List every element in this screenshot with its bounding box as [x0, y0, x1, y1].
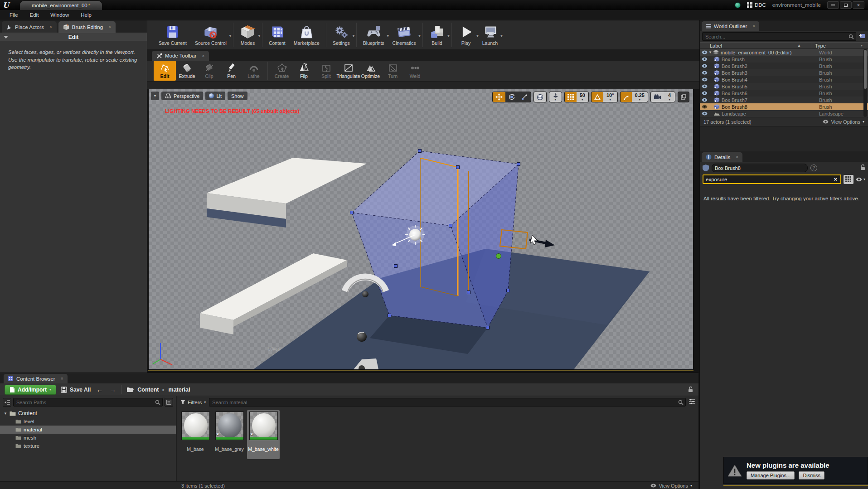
outliner-row-world[interactable]: ▼ mobile_environment_00 (Editor) World — [700, 49, 868, 56]
modes-button[interactable]: Modes ▼ — [236, 23, 260, 47]
close-button[interactable]: × — [853, 1, 864, 9]
maximize-button[interactable] — [840, 1, 852, 9]
scale-tool-button[interactable] — [518, 92, 531, 102]
settings-button[interactable]: Settings ▼ — [329, 23, 354, 47]
expander-icon[interactable]: ▼ — [4, 412, 7, 416]
expander-icon[interactable]: ▼ — [708, 50, 712, 54]
help-icon[interactable]: ? — [810, 165, 817, 171]
forward-button[interactable]: → — [108, 386, 117, 393]
outliner-row-brush[interactable]: Box Brush5 Brush — [700, 83, 868, 90]
search-paths-input[interactable] — [13, 398, 163, 407]
visibility-eye-icon[interactable] — [702, 63, 708, 69]
property-matrix-button[interactable] — [844, 175, 853, 184]
mode-triangulate-button[interactable]: Triangulate — [337, 61, 359, 81]
tab-world-outliner[interactable]: World Outliner × — [702, 21, 759, 31]
menu-help[interactable]: Help — [75, 11, 97, 19]
cinematics-button[interactable]: Cinematics ▼ — [388, 23, 420, 47]
visibility-eye-icon[interactable] — [702, 84, 708, 89]
outliner-row-brush[interactable]: Box Brush Brush — [700, 56, 868, 63]
menu-window[interactable]: Window — [44, 11, 75, 19]
asset-m-base[interactable]: M_base — [179, 410, 212, 459]
folder-row-level[interactable]: level — [0, 417, 176, 426]
grid-snap-value[interactable]: 50 ▾ — [577, 92, 588, 102]
surface-snap-button[interactable]: ▾ — [549, 92, 562, 102]
outliner-row-brush[interactable]: Box Brush4 Brush — [700, 76, 868, 83]
content-button[interactable]: Content — [265, 23, 290, 47]
blueprints-button[interactable]: Blueprints ▼ — [359, 23, 388, 47]
folder-row-content[interactable]: ▼ Content — [0, 409, 176, 417]
mode-weld-button[interactable]: Weld — [404, 61, 426, 81]
edit-section-header[interactable]: Edit — [0, 33, 147, 41]
folder-row-material[interactable]: material — [0, 426, 176, 434]
rotation-snap-toggle-button[interactable] — [592, 92, 603, 102]
rotate-tool-button[interactable] — [505, 92, 518, 102]
sphere-widget[interactable] — [357, 332, 367, 342]
visibility-eye-icon[interactable] — [702, 70, 708, 76]
mode-pen-button[interactable]: Pen — [220, 61, 242, 81]
build-button[interactable]: Build ▼ — [425, 23, 449, 47]
perspective-button[interactable]: Perspective — [161, 92, 203, 100]
mode-turn-button[interactable]: Turn — [382, 61, 404, 81]
add-import-button[interactable]: Add/Import ▾ — [5, 385, 56, 395]
save-all-button[interactable]: Save All — [61, 387, 91, 393]
close-icon[interactable]: × — [202, 53, 204, 58]
camera-speed-button[interactable] — [651, 92, 664, 102]
outliner-row-landscape[interactable]: Landscape Landscape — [700, 110, 868, 117]
maximize-viewport-button[interactable] — [678, 92, 689, 102]
filters-button[interactable]: Filters ▾ — [180, 400, 206, 405]
actor-name-input[interactable] — [712, 164, 808, 172]
column-type[interactable]: Type — [812, 43, 861, 48]
visibility-eye-icon[interactable] — [702, 111, 708, 116]
visibility-eye-icon[interactable] — [702, 91, 708, 96]
mode-flip-button[interactable]: Flip — [293, 61, 315, 81]
visibility-eye-icon[interactable] — [702, 77, 708, 82]
visibility-eye-icon[interactable] — [702, 97, 708, 103]
column-label[interactable]: Label — [710, 43, 722, 48]
tab-details[interactable]: Details × — [702, 152, 742, 162]
lock-icon[interactable] — [688, 386, 693, 394]
mode-split-button[interactable]: Split — [315, 61, 337, 81]
close-icon[interactable]: × — [108, 24, 111, 29]
launch-button[interactable]: Launch ▼ — [478, 23, 502, 47]
mode-extrude-button[interactable]: Extrude — [176, 61, 198, 81]
close-icon[interactable]: × — [49, 24, 52, 29]
search-assets-input[interactable] — [209, 398, 686, 407]
source-control-button[interactable]: Source Control ▼ — [191, 23, 231, 47]
breadcrumb-root[interactable]: Content — [137, 387, 159, 393]
sort-ascending-icon[interactable]: ▲ — [797, 44, 801, 48]
close-icon[interactable]: × — [736, 155, 738, 160]
folder-row-mesh[interactable]: mesh — [0, 434, 176, 442]
outliner-view-options-button[interactable]: View Options ▾ — [823, 119, 864, 125]
view-options-button[interactable]: View Options ▾ — [650, 483, 692, 489]
viewport[interactable]: View — [148, 89, 693, 370]
dismiss-button[interactable]: Dismiss — [799, 471, 824, 479]
visibility-eye-icon[interactable] — [702, 57, 708, 62]
outliner-search-input[interactable] — [702, 32, 856, 41]
marketplace-button[interactable]: Marketplace — [290, 23, 324, 47]
tab-mode-toolbar[interactable]: Mode Toolbar × — [152, 51, 209, 61]
back-button[interactable]: ← — [95, 386, 104, 393]
tab-place-actors[interactable]: Place Actors × — [2, 21, 57, 33]
clear-search-icon[interactable]: × — [833, 176, 838, 183]
display-filter-button[interactable]: ▾ — [856, 177, 865, 182]
translate-tool-button[interactable] — [493, 92, 505, 102]
close-icon[interactable]: × — [752, 24, 755, 29]
mode-lathe-button[interactable]: Lathe — [242, 61, 265, 81]
breadcrumb-current[interactable]: material — [169, 387, 190, 393]
show-button[interactable]: Show — [228, 92, 247, 100]
play-button[interactable]: Play ▼ — [454, 23, 478, 47]
lock-icon[interactable] — [860, 164, 865, 172]
menu-edit[interactable]: Edit — [24, 11, 45, 19]
column-options-icon[interactable]: ▾ — [861, 44, 868, 48]
grid-snap-toggle-button[interactable] — [565, 92, 577, 102]
add-actor-button[interactable] — [858, 33, 866, 40]
outliner-row-brush[interactable]: Box Brush7 Brush — [700, 97, 868, 103]
tab-content-browser[interactable]: Content Browser × — [4, 374, 68, 383]
scale-snap-toggle-button[interactable] — [621, 92, 632, 102]
mode-create-button[interactable]: Create — [271, 61, 293, 81]
panel-splitter[interactable] — [700, 126, 868, 151]
mode-clip-button[interactable]: Clip — [198, 61, 220, 81]
scrollbar[interactable] — [863, 49, 867, 117]
viewport-canvas[interactable]: View — [149, 89, 693, 369]
collapse-sources-button[interactable] — [3, 398, 11, 407]
